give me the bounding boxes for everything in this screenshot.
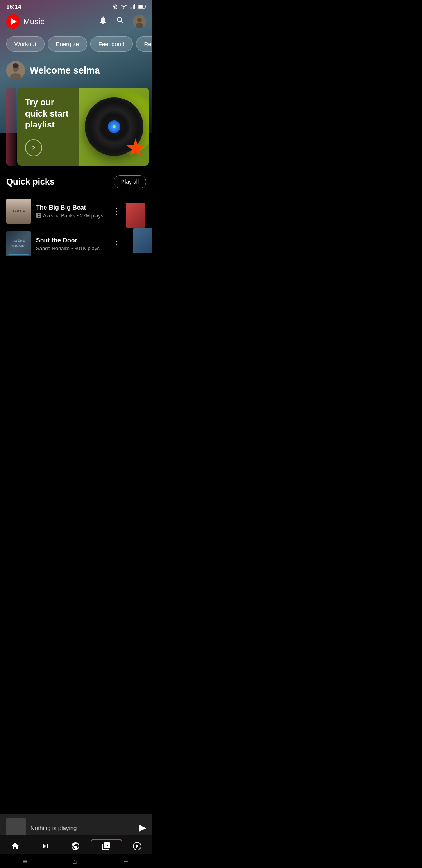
user-avatar[interactable] xyxy=(133,15,146,28)
welcome-avatar xyxy=(6,61,25,80)
svg-point-8 xyxy=(137,18,142,22)
svg-rect-5 xyxy=(139,5,143,8)
track-name-2: Shut the Door xyxy=(36,237,105,244)
svg-rect-6 xyxy=(145,5,146,7)
track-meta-1: E Azealia Banks • 27M plays xyxy=(36,213,105,219)
track-thumbnail-2: SAÂDABONAIRE xyxy=(6,231,31,256)
track-meta-2: Saâda Bonaire • 301K plays xyxy=(36,246,105,251)
quick-picks-title: Quick picks xyxy=(6,177,55,187)
mood-chip-energize[interactable]: Energize xyxy=(48,36,87,52)
app-title: Music xyxy=(23,17,45,26)
track-info-1: The Big Big Beat E Azealia Banks • 27M p… xyxy=(36,204,105,219)
battery-icon xyxy=(138,4,146,9)
yt-play-icon xyxy=(11,18,17,25)
track-item-2: SAÂDABONAIRE Shut the Door Saâda Bonaire… xyxy=(6,228,124,260)
welcome-section: Welcome selma xyxy=(0,58,152,88)
svg-point-13 xyxy=(13,63,19,68)
quick-start-left: Try our quick start playlist xyxy=(17,88,79,166)
quick-start-right xyxy=(79,88,149,166)
vinyl-center xyxy=(108,120,120,133)
logo-area: Music xyxy=(6,14,45,29)
youtube-logo xyxy=(6,14,20,29)
track-thumbnail-1: SLAY-Z xyxy=(6,199,31,224)
svg-rect-3 xyxy=(134,4,135,9)
mood-chip-workout[interactable]: Workout xyxy=(6,36,45,52)
track-plays-1: 27M plays xyxy=(80,213,103,219)
mood-chip-relax[interactable]: Relax xyxy=(136,36,153,52)
explicit-badge-1: E xyxy=(36,213,41,218)
wifi-icon xyxy=(120,4,127,10)
quick-start-card[interactable]: Try our quick start playlist xyxy=(17,88,149,166)
quick-start-title: Try our quick start playlist xyxy=(25,97,71,131)
mute-icon xyxy=(112,4,118,10)
status-time: 16:14 xyxy=(6,3,21,10)
partial-tracks-right xyxy=(126,203,146,253)
welcome-text: Welcome selma xyxy=(30,65,100,76)
header-actions xyxy=(98,15,146,28)
section-header: Quick picks Play all xyxy=(6,175,146,188)
quick-start-arrow-btn[interactable] xyxy=(25,139,42,156)
svg-rect-0 xyxy=(130,7,131,9)
track-more-2[interactable]: ⋮ xyxy=(110,236,124,252)
track-artist-1: Azealia Banks xyxy=(43,213,75,219)
track-plays-2: 301K plays xyxy=(75,246,100,251)
track-name-1: The Big Big Beat xyxy=(36,204,105,211)
notification-icon[interactable] xyxy=(98,16,108,27)
mood-chip-feelgood[interactable]: Feel good xyxy=(90,36,133,52)
search-icon[interactable] xyxy=(116,16,125,27)
track-item: SLAY-Z The Big Big Beat E Azealia Banks … xyxy=(6,195,124,228)
status-bar: 16:14 xyxy=(0,0,152,11)
play-all-button[interactable]: Play all xyxy=(114,175,146,188)
signal-icon xyxy=(130,4,136,10)
mood-chips: Workout Energize Feel good Relax xyxy=(0,33,152,58)
partial-prev-card xyxy=(6,88,16,166)
track-info-2: Shut the Door Saâda Bonaire • 301K plays xyxy=(36,237,105,251)
svg-rect-2 xyxy=(133,5,134,9)
app-header: Music xyxy=(0,11,152,33)
svg-rect-1 xyxy=(132,7,132,9)
track-more-1[interactable]: ⋮ xyxy=(110,203,124,219)
vinyl-dot xyxy=(113,125,116,128)
quick-picks-section: Quick picks Play all SLAY-Z The Big Big … xyxy=(0,175,152,260)
status-icons xyxy=(112,4,146,10)
track-artist-2: Saâda Bonaire xyxy=(36,246,70,251)
